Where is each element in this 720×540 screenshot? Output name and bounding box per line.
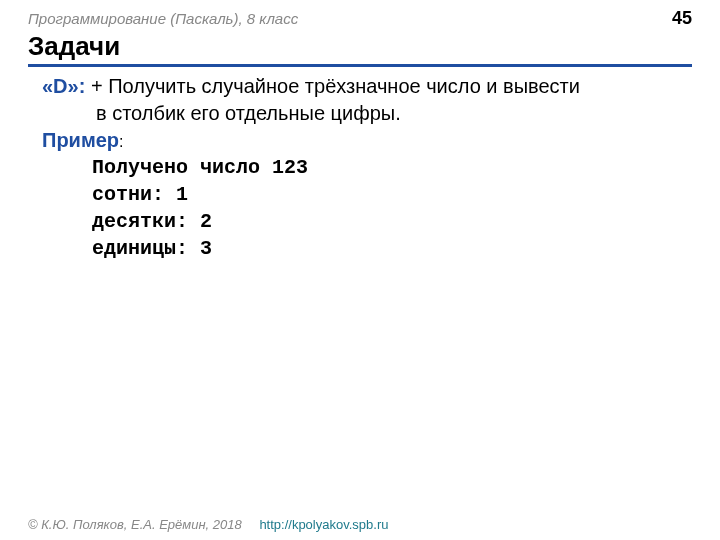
code-line: Получено число 123 [92,154,692,181]
task-label: «D»: [42,75,85,97]
code-line: десятки: 2 [92,208,692,235]
code-line: единицы: 3 [92,235,692,262]
page-number: 45 [672,8,692,29]
footer-link: http://kpolyakov.spb.ru [259,517,388,532]
code-block: Получено число 123 сотни: 1 десятки: 2 е… [42,154,692,262]
task-line1: «D»: + Получить случайное трёхзначное чи… [42,73,692,100]
content: «D»: + Получить случайное трёхзначное чи… [0,67,720,262]
code-line: сотни: 1 [92,181,692,208]
task-line2: в столбик его отдельные цифры. [42,100,692,127]
example-label: Пример [42,129,119,151]
task-text1: + Получить случайное трёхзначное число и… [85,75,580,97]
page-title: Задачи [28,31,692,64]
title-block: Задачи [0,31,720,67]
example-label-row: Пример: [42,127,692,154]
breadcrumb: Программирование (Паскаль), 8 класс [28,10,298,27]
header: Программирование (Паскаль), 8 класс 45 [0,0,720,31]
example-colon: : [119,133,123,150]
footer: © К.Ю. Поляков, Е.А. Ерёмин, 2018 http:/… [28,517,388,532]
footer-copyright: © К.Ю. Поляков, Е.А. Ерёмин, 2018 [28,517,242,532]
